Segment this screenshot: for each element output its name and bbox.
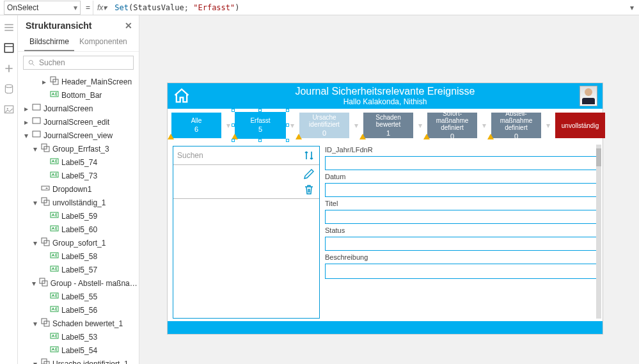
scrollbar-thumb[interactable] xyxy=(596,148,601,166)
avatar[interactable] xyxy=(580,86,597,106)
tree-twisty-icon[interactable]: ▾ xyxy=(32,279,36,288)
tree-twisty-icon[interactable]: ▾ xyxy=(32,145,38,154)
tree-item-label: Bottom_Bar xyxy=(61,91,102,100)
chevron-down-icon[interactable]: ▾ xyxy=(625,3,639,12)
field-input-titel[interactable] xyxy=(325,210,597,224)
tree-view-icon[interactable] xyxy=(3,42,15,54)
formula-input[interactable]: Set(StatusValue; "Erfasst") xyxy=(111,1,625,14)
hamburger-icon[interactable] xyxy=(3,22,15,33)
tree-item-type-icon xyxy=(50,345,59,356)
tree-item-type-icon xyxy=(50,210,59,221)
svg-rect-8 xyxy=(33,104,40,110)
tree-item-type-icon xyxy=(41,237,50,248)
tree-item-label: Label5_55 xyxy=(61,292,97,301)
formula-bar: OnSelect ▾ = fx ▾ Set(StatusValue; "Erfa… xyxy=(0,0,639,15)
tree-item[interactable]: ▾unvollständig_1 xyxy=(20,196,139,209)
tree-item-type-icon xyxy=(41,358,50,364)
tree-twisty-icon[interactable]: ▸ xyxy=(23,104,29,113)
tree-twisty-icon[interactable]: ▾ xyxy=(32,198,38,207)
tree-twisty-icon[interactable]: ▾ xyxy=(32,239,38,248)
status-ursache[interactable]: Ursache identifiziert 0 xyxy=(299,113,349,138)
search-icon xyxy=(28,59,35,67)
tree-item[interactable]: Label5_73 xyxy=(20,169,139,182)
tree-item-label: Group - Abstell- maßnahme definiert_1 xyxy=(51,279,139,288)
tree-item[interactable]: Label5_58 xyxy=(20,249,139,263)
canvas[interactable]: Journal Sicherheitsrelevante Ereignisse … xyxy=(139,15,639,364)
data-icon[interactable] xyxy=(3,83,15,95)
tree-twisty-icon[interactable]: ▾ xyxy=(32,360,38,365)
tree-item[interactable]: Label5_57 xyxy=(20,263,139,276)
field-input-status[interactable] xyxy=(325,237,597,251)
warning-icon xyxy=(168,134,174,139)
tree-item-type-icon xyxy=(32,130,41,141)
tree-item-type-icon xyxy=(50,331,59,342)
tree-item[interactable]: ▾Group_sofort_1 xyxy=(20,236,139,249)
tree-twisty-icon[interactable]: ▸ xyxy=(41,77,47,86)
warning-icon xyxy=(359,134,366,139)
trash-icon[interactable] xyxy=(303,183,315,196)
warning-icon xyxy=(232,134,238,139)
tree-twisty-icon[interactable]: ▾ xyxy=(32,319,38,328)
status-abstell[interactable]: Abstell-maßnahme definiert 0 xyxy=(491,113,541,138)
chevron-down-icon: ▾ xyxy=(74,3,77,12)
edit-icon[interactable] xyxy=(303,168,315,180)
tree-item[interactable]: Bottom_Bar xyxy=(20,88,139,102)
status-unvollstaendig[interactable]: unvollständig xyxy=(555,113,605,138)
tree-item[interactable]: Label5_53 xyxy=(20,330,139,344)
scrollbar[interactable] xyxy=(596,145,601,319)
home-icon[interactable] xyxy=(173,87,191,105)
tree-item-type-icon xyxy=(32,103,41,114)
status-erfasst[interactable]: Erfasst 5 xyxy=(235,113,285,138)
plus-icon[interactable] xyxy=(3,63,15,74)
tree-item[interactable]: Label5_56 xyxy=(20,303,139,317)
tree-item[interactable]: ▾Schaden bewertet_1 xyxy=(20,317,139,330)
tree-item[interactable]: ▾Ursache identifiziert_1 xyxy=(20,357,139,364)
field-input-beschreibung[interactable] xyxy=(325,264,597,279)
field-input-id[interactable] xyxy=(325,156,597,170)
svg-rect-26 xyxy=(51,293,58,298)
tree-item[interactable]: ▸JournalScreen_edit xyxy=(20,115,139,129)
tree-item-type-icon xyxy=(41,318,50,329)
tree-item[interactable]: ▾Group - Abstell- maßnahme definiert_1 xyxy=(20,276,139,290)
tree-search-input[interactable]: Suchen xyxy=(23,56,134,70)
tree-item[interactable]: ▸Header_MainScreen xyxy=(20,75,139,88)
tree-item[interactable]: Label5_74 xyxy=(20,155,139,169)
close-icon[interactable]: ✕ xyxy=(125,20,132,31)
form-pane: ID_Jahr/LFdnR Datum Titel Status Beschre… xyxy=(325,146,597,319)
app-subtitle: Hallo Kalakonda, Nithish xyxy=(191,97,580,106)
svg-rect-30 xyxy=(51,333,58,338)
tree-item-label: JournalScreen_view xyxy=(43,131,113,140)
status-sofort[interactable]: Sofort-maßnahme definiert 0 xyxy=(427,113,477,138)
tree-item-label: Label5_60 xyxy=(61,225,97,234)
tree-item[interactable]: Label5_55 xyxy=(20,290,139,303)
tree-items-list: ▸Header_MainScreenBottom_Bar▸JournalScre… xyxy=(18,74,139,364)
property-selector[interactable]: OnSelect ▾ xyxy=(4,1,81,15)
tree-item[interactable]: Dropdown1 xyxy=(20,182,139,196)
tab-screens[interactable]: Bildschirme xyxy=(24,33,74,51)
fx-icon[interactable]: fx ▾ xyxy=(93,1,111,15)
tree-item[interactable]: ▸JournalScreen xyxy=(20,102,139,115)
list-search-input[interactable]: Suchen xyxy=(177,151,203,160)
tree-item[interactable]: Label5_59 xyxy=(20,209,139,223)
property-selector-value: OnSelect xyxy=(7,3,38,12)
media-icon[interactable] xyxy=(3,104,15,115)
status-schaden[interactable]: Schaden bewertet 1 xyxy=(363,113,413,138)
field-input-datum[interactable] xyxy=(325,183,597,197)
tree-item-label: Label5_53 xyxy=(61,333,97,342)
status-alle[interactable]: Alle 6 xyxy=(171,113,221,138)
tree-item[interactable]: Label5_60 xyxy=(20,223,139,236)
tree-item[interactable]: ▾JournalScreen_view xyxy=(20,129,139,142)
sort-icon[interactable] xyxy=(303,149,315,162)
tree-item-type-icon xyxy=(50,264,59,275)
svg-rect-7 xyxy=(51,91,58,97)
tree-item[interactable]: ▾Group_Errfast_3 xyxy=(20,142,139,155)
tree-item-label: Ursache identifiziert_1 xyxy=(52,360,129,365)
tree-view-title: Strukturansicht xyxy=(26,20,91,31)
tab-components[interactable]: Komponenten xyxy=(74,33,132,51)
svg-rect-15 xyxy=(42,186,49,190)
warning-icon xyxy=(423,134,430,139)
tree-twisty-icon[interactable]: ▸ xyxy=(23,118,29,127)
tree-twisty-icon[interactable]: ▾ xyxy=(23,131,29,140)
app-title: Journal Sicherheitsrelevante Ereignisse xyxy=(191,86,580,97)
tree-item[interactable]: Label5_54 xyxy=(20,344,139,357)
